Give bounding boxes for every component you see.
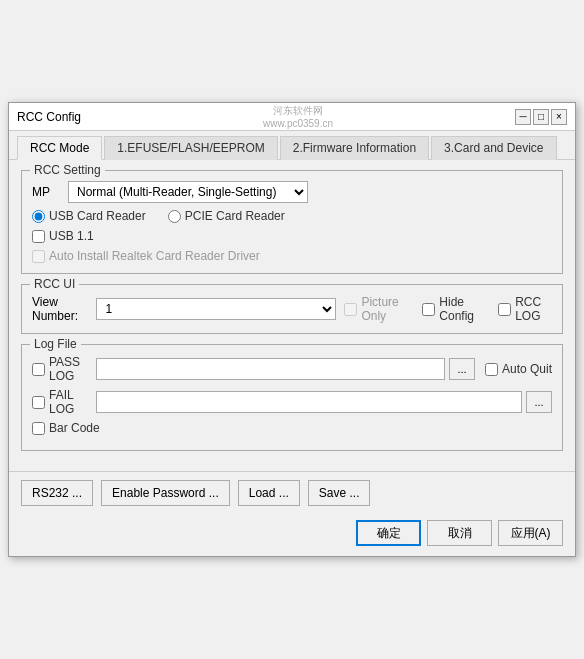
mp-label: MP (32, 185, 62, 199)
tab-content: RCC Setting MP Normal (Multi-Reader, Sin… (9, 160, 575, 471)
usb-card-reader-label[interactable]: USB Card Reader (32, 209, 146, 223)
rcc-setting-label: RCC Setting (30, 163, 105, 177)
pass-log-input[interactable] (96, 358, 445, 380)
pass-log-browse-button[interactable]: ... (449, 358, 475, 380)
close-button[interactable]: × (551, 109, 567, 125)
rs232-button[interactable]: RS232 ... (21, 480, 93, 506)
window-controls: ─ □ × (515, 109, 567, 125)
footer-left-buttons: RS232 ... Enable Password ... Load ... S… (21, 480, 370, 506)
pass-log-row: PASS LOG ... Auto Quit (32, 355, 552, 383)
rcc-ui-group: RCC UI View Number: 1 2 3 4 Picture Only… (21, 284, 563, 334)
rcc-log-checkbox[interactable] (498, 303, 511, 316)
picture-only-label: Picture Only (344, 295, 406, 323)
title-bar: RCC Config 河东软件网 www.pc0359.cn ─ □ × (9, 103, 575, 131)
card-reader-type-row: USB Card Reader PCIE Card Reader (32, 209, 552, 223)
mp-row: MP Normal (Multi-Reader, Single-Setting) (32, 181, 552, 203)
pass-log-checkbox[interactable] (32, 363, 45, 376)
window-title: RCC Config (17, 110, 81, 124)
rcc-ui-label: RCC UI (30, 277, 79, 291)
usb-card-reader-radio[interactable] (32, 210, 45, 223)
watermark: 河东软件网 www.pc0359.cn (81, 104, 515, 130)
auto-install-label: Auto Install Realtek Card Reader Driver (32, 249, 260, 263)
hide-config-checkbox[interactable] (422, 303, 435, 316)
log-file-label: Log File (30, 337, 81, 351)
fail-log-browse-button[interactable]: ... (526, 391, 552, 413)
view-number-label: View Number: (32, 295, 88, 323)
save-button[interactable]: Save ... (308, 480, 371, 506)
log-file-group: Log File PASS LOG ... Auto Quit FAIL L (21, 344, 563, 451)
auto-quit-label[interactable]: Auto Quit (485, 362, 552, 376)
maximize-button[interactable]: □ (533, 109, 549, 125)
ok-button[interactable]: 确定 (356, 520, 421, 546)
usb11-checkbox[interactable] (32, 230, 45, 243)
rcc-log-label[interactable]: RCC LOG (498, 295, 552, 323)
picture-only-checkbox (344, 303, 357, 316)
bar-code-label[interactable]: Bar Code (32, 421, 100, 435)
apply-button[interactable]: 应用(A) (498, 520, 563, 546)
tab-firmware[interactable]: 2.Firmware Information (280, 136, 429, 160)
view-number-select[interactable]: 1 2 3 4 (96, 298, 336, 320)
rcc-ui-row: View Number: 1 2 3 4 Picture Only Hide C… (32, 295, 552, 323)
fail-log-checkbox[interactable] (32, 396, 45, 409)
bar-code-row: Bar Code (32, 421, 552, 435)
dialog-footer: 确定 取消 应用(A) (9, 514, 575, 556)
auto-quit-checkbox[interactable] (485, 363, 498, 376)
footer-buttons: RS232 ... Enable Password ... Load ... S… (9, 471, 575, 514)
load-button[interactable]: Load ... (238, 480, 300, 506)
tab-rcc-mode[interactable]: RCC Mode (17, 136, 102, 160)
main-window: RCC Config 河东软件网 www.pc0359.cn ─ □ × RCC… (8, 102, 576, 557)
pcie-card-reader-label[interactable]: PCIE Card Reader (168, 209, 285, 223)
enable-password-button[interactable]: Enable Password ... (101, 480, 230, 506)
tab-efuse[interactable]: 1.EFUSE/FLASH/EEPROM (104, 136, 277, 160)
auto-install-checkbox (32, 250, 45, 263)
tab-bar: RCC Mode 1.EFUSE/FLASH/EEPROM 2.Firmware… (9, 131, 575, 160)
auto-install-row: Auto Install Realtek Card Reader Driver (32, 249, 552, 263)
fail-log-label[interactable]: FAIL LOG (32, 388, 92, 416)
pass-log-label[interactable]: PASS LOG (32, 355, 92, 383)
mp-select[interactable]: Normal (Multi-Reader, Single-Setting) (68, 181, 308, 203)
usb11-row: USB 1.1 (32, 229, 552, 243)
rcc-setting-group: RCC Setting MP Normal (Multi-Reader, Sin… (21, 170, 563, 274)
tab-card-device[interactable]: 3.Card and Device (431, 136, 556, 160)
fail-log-row: FAIL LOG ... (32, 388, 552, 416)
cancel-button[interactable]: 取消 (427, 520, 492, 546)
pcie-card-reader-radio[interactable] (168, 210, 181, 223)
bar-code-checkbox[interactable] (32, 422, 45, 435)
minimize-button[interactable]: ─ (515, 109, 531, 125)
hide-config-label[interactable]: Hide Config (422, 295, 482, 323)
usb11-label[interactable]: USB 1.1 (32, 229, 94, 243)
fail-log-input[interactable] (96, 391, 522, 413)
